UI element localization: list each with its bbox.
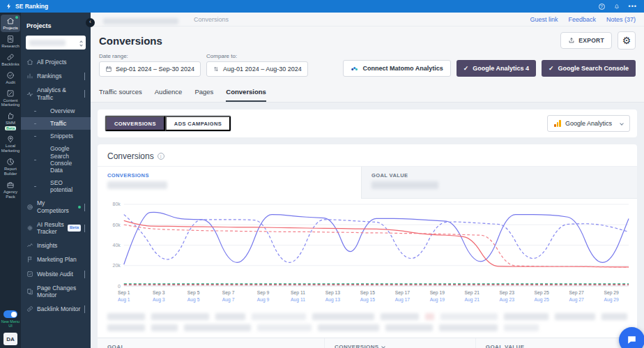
conversions-chart[interactable]: 80k60k40k20k0Sep 1Aug 1Sep 3Aug 3Sep 5Au… bbox=[100, 200, 634, 308]
sidebar-item-insights[interactable]: Insights bbox=[21, 239, 91, 252]
project-selector[interactable] bbox=[26, 36, 86, 50]
chevron-icon bbox=[84, 73, 85, 80]
segment-conversions[interactable]: CONVERSIONS bbox=[105, 116, 165, 131]
rail-item-smm[interactable]: SMM Beta bbox=[1, 109, 20, 132]
tab-traffic-sources[interactable]: Traffic sources bbox=[99, 88, 142, 102]
pie-icon bbox=[6, 158, 15, 166]
rail-item-backlinks[interactable]: Backlinks bbox=[1, 51, 20, 68]
legend-item-redacted[interactable] bbox=[555, 313, 595, 320]
export-button[interactable]: EXPORT bbox=[560, 32, 612, 49]
segment-ads-campaigns[interactable]: ADS CAMPAIGNS bbox=[165, 116, 231, 131]
sidebar-item-page-changes-monitor[interactable]: Page Changes Monitor bbox=[21, 281, 91, 302]
legend-item-redacted[interactable] bbox=[107, 324, 145, 331]
sidebar-item-marketing-plan[interactable]: Marketing Plan bbox=[21, 252, 91, 266]
legend-item-redacted[interactable] bbox=[184, 324, 251, 331]
rail-item-audit[interactable]: Audit bbox=[1, 69, 20, 86]
bell-icon[interactable] bbox=[613, 3, 620, 10]
metric-tabs: CONVERSIONSGOAL VALUE bbox=[98, 166, 637, 199]
header-link-feedback[interactable]: Feedback bbox=[568, 16, 596, 23]
legend-item-redacted[interactable] bbox=[252, 313, 306, 320]
sidebar-item-label: Analytics & Traffic bbox=[37, 86, 81, 100]
home-icon bbox=[6, 17, 15, 25]
tab-conversions[interactable]: Conversions bbox=[226, 88, 266, 102]
se-ranking-logo[interactable]: SE Ranking bbox=[6, 3, 48, 10]
rail-item-label: Research bbox=[1, 44, 20, 49]
column-conversions[interactable]: CONVERSIONS bbox=[324, 338, 475, 348]
sidebar-item-traffic[interactable]: Traffic bbox=[21, 117, 91, 130]
sidebar-item-all-projects[interactable]: All Projects bbox=[21, 55, 91, 69]
legend-item-redacted[interactable] bbox=[504, 324, 539, 331]
rail-item-local-marketing[interactable]: Local Marketing bbox=[1, 133, 20, 155]
google-analytics-4-button[interactable]: ✓Google Analytics 4 bbox=[457, 60, 536, 77]
svg-text:Aug 19: Aug 19 bbox=[430, 297, 445, 303]
legend-item-redacted[interactable] bbox=[257, 324, 312, 331]
notification-dot bbox=[15, 16, 18, 19]
sidebar-item-seo-potential[interactable]: SEO potential bbox=[21, 176, 91, 196]
beta-badge: Beta bbox=[68, 225, 81, 231]
rail-item-research[interactable]: Research bbox=[1, 33, 20, 50]
compare-range-picker[interactable]: Aug-01 2024 – Aug-30 2024 bbox=[206, 61, 308, 77]
column-goal[interactable]: GOAL bbox=[98, 338, 324, 348]
connect-matomo-button[interactable]: Connect Matomo Analytics bbox=[343, 60, 450, 77]
rail-item-report-builder[interactable]: Report Builder bbox=[1, 156, 20, 178]
legend-item-redacted[interactable] bbox=[312, 313, 374, 320]
sidebar-item-rankings[interactable]: Rankings bbox=[21, 69, 91, 83]
header-link-notes-37-[interactable]: Notes (37) bbox=[606, 16, 636, 23]
thumb-up-icon bbox=[6, 112, 15, 120]
new-menu-ui-toggle[interactable] bbox=[3, 310, 17, 318]
analytics-source-dropdown[interactable]: Google Analytics bbox=[547, 115, 630, 132]
rail-item-projects[interactable]: Projects bbox=[1, 15, 20, 32]
tab-audience[interactable]: Audience bbox=[155, 88, 183, 102]
sidebar-item-google-search-console-data[interactable]: Google Search Console Data bbox=[21, 142, 91, 176]
sort-icon bbox=[381, 345, 385, 348]
header-link-guest-link[interactable]: Guest link bbox=[530, 16, 558, 23]
sidebar-item-analytics-traffic[interactable]: Analytics & Traffic bbox=[21, 83, 91, 104]
collapse-sidebar-button[interactable]: ‹ bbox=[86, 18, 95, 27]
legend-item-redacted[interactable] bbox=[504, 313, 549, 320]
svg-text:Sep 29: Sep 29 bbox=[604, 290, 619, 296]
legend-item-redacted[interactable] bbox=[107, 313, 145, 320]
sidebar-item-ai-results-tracker[interactable]: AI Results Tracker Beta bbox=[21, 218, 91, 239]
chevron-icon bbox=[84, 225, 85, 232]
google-search-console-button[interactable]: ✓Google Search Console bbox=[542, 60, 636, 77]
info-icon[interactable]: i bbox=[158, 153, 164, 160]
help-icon[interactable]: ? bbox=[599, 3, 605, 10]
legend-item-redacted[interactable] bbox=[151, 313, 209, 320]
sidebar-item-backlink-monitor[interactable]: Backlink Monitor bbox=[21, 302, 91, 316]
sidebar-item-website-audit[interactable]: Website Audit bbox=[21, 267, 91, 281]
legend-item-redacted[interactable] bbox=[440, 313, 498, 320]
legend-item-redacted[interactable] bbox=[601, 313, 627, 320]
page-title: Conversions bbox=[99, 35, 162, 47]
svg-text:20k: 20k bbox=[113, 263, 121, 268]
date-range-picker[interactable]: Sep-01 2024 – Sep-30 2024 bbox=[99, 61, 201, 77]
sidebar-item-snippets[interactable]: Snippets bbox=[21, 130, 91, 142]
rail-item-content-marketing[interactable]: Content Marketing bbox=[1, 87, 20, 109]
legend-item-redacted[interactable] bbox=[425, 313, 434, 320]
chat-widget-button[interactable] bbox=[619, 327, 644, 348]
legend-item-redacted[interactable] bbox=[318, 324, 379, 331]
sidebar-item-label: Google Search Console Data bbox=[50, 145, 85, 174]
sidebar-item-my-competitors[interactable]: My Competitors bbox=[21, 196, 91, 217]
goals-table: GOAL CONVERSIONS GOAL VALUE 1.3M▲65.9K 5… bbox=[98, 338, 637, 348]
user-avatar[interactable]: DA bbox=[3, 333, 17, 345]
rail-item-label: Audit bbox=[6, 80, 15, 85]
svg-text:Sep 25: Sep 25 bbox=[534, 290, 549, 296]
legend-item-redacted[interactable] bbox=[439, 324, 498, 331]
legend-item-redacted[interactable] bbox=[385, 324, 433, 331]
svg-text:0: 0 bbox=[118, 284, 121, 289]
metric-value-redacted bbox=[107, 181, 167, 189]
svg-text:Aug 27: Aug 27 bbox=[569, 297, 584, 303]
column-goal-value[interactable]: GOAL VALUE bbox=[475, 338, 637, 348]
settings-button[interactable]: ⚙ bbox=[618, 31, 636, 50]
legend-item-redacted[interactable] bbox=[151, 324, 178, 331]
breadcrumb-project-tab[interactable] bbox=[102, 11, 185, 27]
legend-item-redacted[interactable] bbox=[215, 313, 245, 320]
legend-item-redacted[interactable] bbox=[381, 313, 420, 320]
sidebar-item-overview[interactable]: Overview bbox=[21, 105, 91, 117]
more-menu-icon[interactable]: ••• bbox=[629, 5, 637, 8]
tab-pages[interactable]: Pages bbox=[194, 88, 213, 102]
metric-tab-goal-value[interactable]: GOAL VALUE bbox=[361, 167, 637, 199]
circle-check-icon bbox=[6, 71, 15, 80]
rail-item-agency-pack[interactable]: Agency Pack bbox=[1, 179, 20, 201]
metric-tab-conversions[interactable]: CONVERSIONS bbox=[98, 167, 361, 199]
